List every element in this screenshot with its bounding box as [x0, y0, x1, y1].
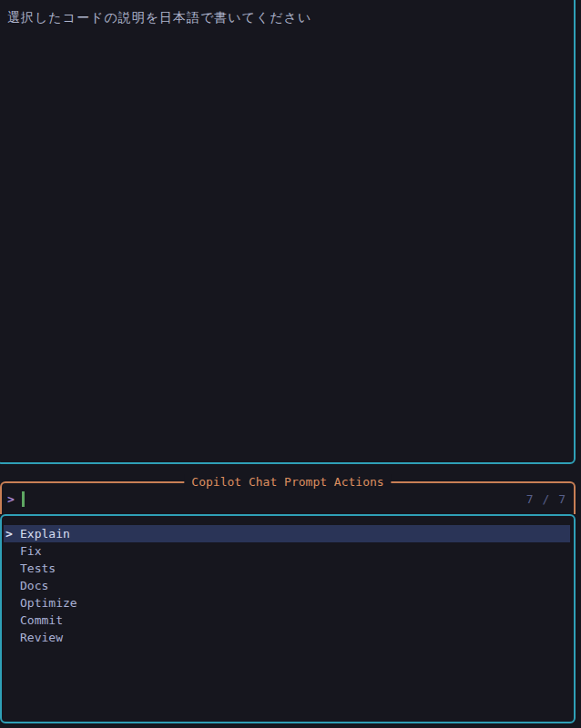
pointer-gutter — [5, 577, 20, 594]
list-item-optimize[interactable]: Optimize — [4, 594, 570, 612]
list-item-label: Docs — [20, 577, 48, 594]
pointer-gutter — [5, 612, 20, 629]
list-item-label: Tests — [20, 560, 56, 577]
preview-panel: 選択したコードの説明を日本語で書いてください — [0, 0, 576, 464]
pointer-gutter — [5, 594, 20, 612]
pointer-gutter — [5, 542, 20, 560]
list-item-fix[interactable]: Fix — [4, 542, 570, 560]
prompt-panel-title: Copilot Chat Prompt Actions — [184, 474, 391, 490]
prompt-panel: Copilot Chat Prompt Actions > 7 / 7 — [0, 481, 576, 514]
match-counter: 7 / 7 — [526, 492, 566, 506]
list-item-commit[interactable]: Commit — [4, 612, 570, 629]
list-item-label: Fix — [20, 542, 41, 560]
pointer-gutter — [5, 629, 20, 646]
selected-pointer-icon: > — [5, 525, 20, 542]
list-item-label: Commit — [20, 612, 63, 629]
list-item-tests[interactable]: Tests — [4, 560, 570, 577]
pointer-gutter — [5, 560, 20, 577]
list-item-label: Optimize — [20, 594, 77, 612]
list-item-label: Review — [20, 629, 63, 646]
preview-text: 選択したコードの説明を日本語で書いてください — [7, 9, 311, 25]
list-item-review[interactable]: Review — [4, 629, 570, 646]
list-item-docs[interactable]: Docs — [4, 577, 570, 594]
list-item-explain[interactable]: >Explain — [4, 525, 570, 542]
list-item-label: Explain — [20, 525, 70, 542]
results-list: >ExplainFixTestsDocsOptimizeCommitReview — [0, 514, 576, 723]
prompt-symbol-icon: > — [7, 492, 15, 506]
